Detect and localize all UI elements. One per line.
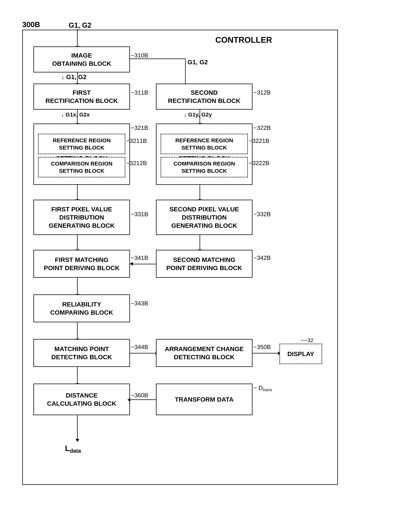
transform-data-block: TRANSFORM DATA: [156, 384, 252, 415]
arrow-matching-detect-down: [77, 367, 78, 384]
label-g1x-g2x: ↓ G1x, G2x: [61, 112, 90, 118]
second-rectification-block: SECONDRECTIFICATION BLOCK: [156, 84, 252, 110]
ref-32: −−32: [301, 337, 313, 343]
diagram-container: 300B G1, G2 CONTROLLER IMAGEOBTAINING BL…: [11, 11, 401, 522]
controller-label: CONTROLLER: [215, 35, 272, 45]
ref-344b: −344B: [131, 344, 148, 351]
label-g1y-g2y: ↓ G1y, G2y: [184, 112, 212, 118]
ref-343b: −343B: [131, 300, 148, 307]
comparison-region-setting-block-1: COMPARISON REGIONSETTING BLOCK: [38, 157, 125, 177]
arrow-reliability-down: [77, 322, 78, 339]
input-label-top: G1, G2: [69, 21, 92, 29]
arrow-distance-down: [77, 415, 78, 439]
arrow-left-head: [130, 262, 133, 266]
arrow-input-down: [77, 29, 78, 47]
ref-360b: −360B: [131, 392, 148, 399]
ref-342b: −342B: [253, 255, 271, 261]
arrow-img-right: [130, 58, 186, 59]
ref-3212b: −3212B: [126, 160, 147, 167]
arrow-second-pixel-down: [200, 235, 200, 250]
ref-321b: −321B: [131, 124, 148, 131]
ref-332b: −332B: [253, 211, 271, 218]
image-obtaining-block: IMAGEOBTAINING BLOCK: [33, 47, 130, 72]
label-300b: 300B: [22, 20, 40, 29]
ref-341b: −341B: [131, 255, 148, 261]
arrow-second-region-down: [200, 185, 200, 200]
ref-311b: −311B: [131, 89, 148, 96]
first-pixel-block: FIRST PIXEL VALUEDISTRIBUTIONGENERATING …: [33, 200, 130, 235]
display-block: DISPLAY: [279, 344, 322, 364]
arrangement-change-block: ARRANGEMENT CHANGEDETECTING BLOCK: [156, 339, 252, 367]
label-g1g2-after: ↓ G1, G2: [61, 73, 86, 81]
reliability-block: RELIABILITYCOMPARING BLOCK: [33, 294, 130, 322]
ref-3221b: −3221B: [249, 137, 269, 144]
ref-312b: −312B: [253, 89, 271, 96]
arrow-first-region-down: [77, 185, 78, 200]
arrow-matching-right: [130, 353, 156, 353]
first-matching-block: FIRST MATCHINGPOINT DERIVING BLOCK: [33, 250, 130, 278]
label-g1g2-right: G1, G2: [187, 58, 208, 66]
ldata-label: Ldata: [65, 444, 81, 454]
ref-331b: −331B: [131, 211, 148, 218]
dtrans-label: − Dtrans: [253, 385, 272, 392]
matching-point-detecting-block: MATCHING POINTDETECTING BLOCK: [33, 339, 130, 367]
arrow-first-pixel-down: [77, 235, 78, 250]
arrow-second-to-first-h: [130, 264, 156, 264]
ref-322b: −322B: [253, 124, 271, 131]
second-pixel-block: SECOND PIXEL VALUEDISTRIBUTIONGENERATING…: [156, 200, 252, 235]
second-matching-block: SECOND MATCHINGPOINT DERIVING BLOCK: [156, 250, 252, 278]
comparison-region-setting-block-2: COMPARISON REGIONSETTING BLOCK: [161, 157, 248, 177]
arrow-arrangement-right: [252, 353, 278, 353]
ref-350b: −350B: [253, 344, 271, 351]
arrow-right-down: [185, 58, 186, 86]
arrow-transform-left: [130, 399, 156, 400]
first-rectification-block: FIRSTRECTIFICATION BLOCK: [33, 84, 130, 110]
ref-region-setting-block-2: REFERENCE REGIONSETTING BLOCK: [161, 134, 248, 154]
distance-calculating-block: DISTANCECALCULATING BLOCK: [33, 384, 130, 415]
ref-region-setting-block-1: REFERENCE REGIONSETTING BLOCK: [38, 134, 125, 154]
ref-310b: −310B: [131, 52, 148, 59]
ref-3222b: −3222B: [249, 160, 269, 167]
ref-3211b: −3211B: [126, 137, 147, 144]
arrow-first-matching-down: [77, 278, 78, 294]
